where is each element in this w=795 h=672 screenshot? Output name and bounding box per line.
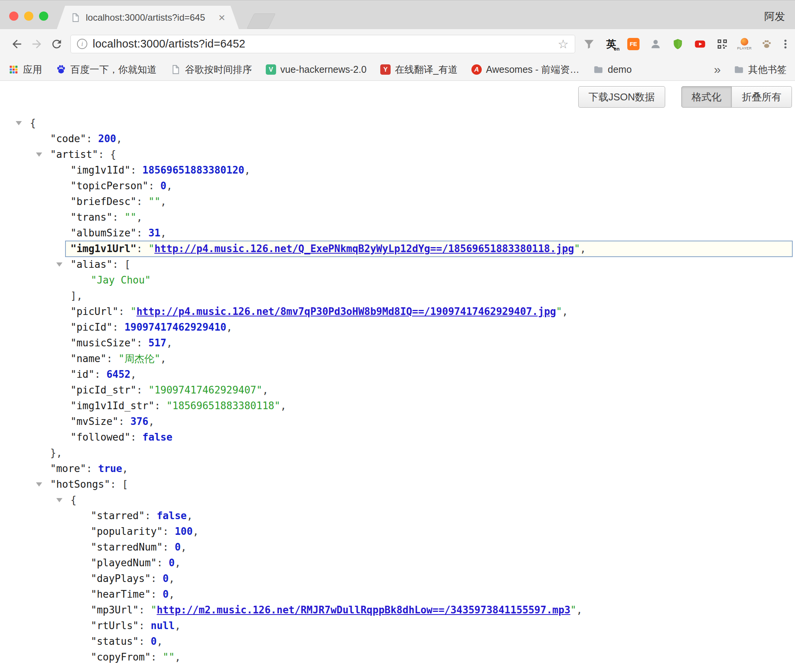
json-number: 0 bbox=[169, 557, 175, 569]
folder-icon bbox=[593, 64, 604, 75]
json-url-link[interactable]: http://p4.music.126.net/Q_ExePNkmqB2yWyL… bbox=[154, 243, 574, 254]
collapse-all-button[interactable]: 折叠所有 bbox=[732, 86, 792, 108]
json-punct: : bbox=[139, 620, 150, 631]
page-info-icon[interactable]: i bbox=[77, 39, 87, 49]
json-key: "picId" bbox=[70, 321, 113, 333]
bookmark-item[interactable]: 百度一下，你就知道 bbox=[56, 63, 157, 76]
bookmark-item[interactable]: AAwesomes - 前端资… bbox=[471, 63, 579, 76]
shield-extension-icon[interactable] bbox=[671, 37, 685, 51]
youtube-extension-icon[interactable] bbox=[693, 37, 707, 51]
json-punct: , bbox=[169, 573, 175, 584]
json-url-link[interactable]: http://p4.music.126.net/8mv7qP30Pd3oHW8b… bbox=[136, 306, 556, 317]
json-url-link[interactable]: http://m2.music.126.net/RMJR7wDullRqppBk… bbox=[157, 604, 570, 616]
bookmarks-bar: 应用百度一下，你就知道谷歌按时间排序Vvue-hackernews-2.0Y在线… bbox=[0, 59, 795, 81]
page-icon bbox=[170, 64, 181, 75]
json-number: 376 bbox=[131, 416, 149, 427]
other-bookmarks-label: 其他书签 bbox=[748, 63, 787, 76]
json-line: "mvSize": 376, bbox=[0, 414, 795, 429]
json-key: "artist" bbox=[50, 149, 98, 160]
bookmark-star-icon[interactable]: ☆ bbox=[558, 38, 569, 50]
json-string: "" bbox=[124, 211, 136, 223]
json-punct: , bbox=[576, 604, 582, 616]
fe-extension-icon[interactable]: FE bbox=[627, 37, 640, 51]
collapse-arrow-icon[interactable] bbox=[56, 498, 62, 502]
json-key: "id" bbox=[70, 369, 95, 380]
reload-icon[interactable] bbox=[47, 34, 67, 54]
json-key: "popularity" bbox=[91, 526, 163, 537]
player-extension-icon[interactable]: PLAYER bbox=[738, 37, 751, 51]
bookmark-label: 在线翻译_有道 bbox=[395, 63, 458, 76]
address-bar[interactable]: i localhost:3000/artists?id=6452 ☆ bbox=[70, 35, 575, 53]
json-key: "alias" bbox=[70, 259, 113, 270]
collapse-arrow-icon[interactable] bbox=[56, 262, 62, 267]
download-json-button[interactable]: 下载JSON数据 bbox=[578, 86, 665, 108]
bookmark-item[interactable]: 应用 bbox=[8, 63, 42, 76]
translate-extension-icon[interactable]: 英en bbox=[604, 37, 618, 51]
json-string: "" bbox=[149, 196, 160, 207]
baidu-paw-icon bbox=[56, 64, 66, 75]
json-punct: : bbox=[136, 243, 148, 254]
back-icon[interactable] bbox=[7, 34, 27, 54]
json-string: " bbox=[149, 243, 155, 254]
json-punct: }, bbox=[50, 447, 62, 459]
json-string: " bbox=[151, 604, 157, 616]
json-tree: {"code": 200,"artist": {"img1v1Id": 1856… bbox=[0, 115, 795, 665]
bookmark-item[interactable]: 谷歌按时间排序 bbox=[170, 63, 252, 76]
extensions-row: 英enFEPLAYER bbox=[582, 37, 774, 51]
browser-toolbar: i localhost:3000/artists?id=6452 ☆ 英enFE… bbox=[0, 29, 795, 59]
json-line: ], bbox=[0, 288, 795, 304]
player-label: PLAYER bbox=[737, 46, 752, 50]
forward-icon[interactable] bbox=[27, 34, 47, 54]
bookmark-label: 谷歌按时间排序 bbox=[185, 63, 252, 76]
json-punct: : bbox=[86, 463, 98, 474]
new-tab-button[interactable] bbox=[247, 13, 276, 29]
json-punct: : bbox=[136, 337, 148, 349]
browser-tab[interactable]: localhost:3000/artists?id=645 × bbox=[57, 6, 239, 30]
player-dot bbox=[741, 38, 748, 46]
json-key: "mp3Url" bbox=[91, 604, 139, 616]
close-window-button[interactable] bbox=[9, 11, 18, 21]
zoom-window-button[interactable] bbox=[39, 11, 48, 21]
json-punct: , bbox=[116, 133, 122, 144]
bookmark-item[interactable]: demo bbox=[593, 64, 632, 75]
json-line: }, bbox=[0, 445, 795, 461]
paw-extension-icon[interactable] bbox=[760, 37, 774, 51]
json-line: "rtUrls": null, bbox=[0, 618, 795, 634]
json-line: "starredNum": 0, bbox=[0, 539, 795, 555]
json-punct: : bbox=[131, 164, 142, 176]
browser-menu-icon[interactable] bbox=[780, 36, 791, 52]
json-line: "dayPlays": 0, bbox=[0, 571, 795, 587]
collapse-arrow-icon[interactable] bbox=[36, 482, 42, 487]
json-punct: , bbox=[262, 384, 268, 396]
profile-name[interactable]: 阿发 bbox=[764, 10, 785, 23]
minimize-window-button[interactable] bbox=[24, 11, 33, 21]
json-line: "picId": 19097417462929410, bbox=[0, 320, 795, 335]
url-text[interactable]: localhost:3000/artists?id=6452 bbox=[93, 38, 552, 50]
other-bookmarks-folder[interactable]: 其他书签 bbox=[734, 63, 787, 76]
format-button[interactable]: 格式化 bbox=[681, 86, 732, 108]
bookmark-label: Awesomes - 前端资… bbox=[486, 63, 579, 76]
awesomes-icon: A bbox=[471, 64, 482, 75]
tab-close-icon[interactable]: × bbox=[218, 12, 225, 23]
funnel-extension-icon[interactable] bbox=[582, 37, 596, 51]
apps-grid-icon bbox=[8, 64, 19, 75]
bookmarks-overflow-icon[interactable]: » bbox=[714, 62, 721, 77]
vue-icon: V bbox=[266, 64, 276, 75]
json-punct: , bbox=[160, 227, 167, 239]
json-number: 0 bbox=[175, 541, 181, 553]
json-line: { bbox=[0, 115, 795, 131]
json-number: 517 bbox=[149, 337, 167, 349]
json-key: "mvSize" bbox=[70, 416, 118, 427]
json-key: "picId_str" bbox=[70, 384, 136, 396]
bookmark-item[interactable]: Y在线翻译_有道 bbox=[380, 63, 458, 76]
collapse-arrow-icon[interactable] bbox=[16, 121, 22, 125]
json-key: "briefDesc" bbox=[70, 196, 136, 207]
bookmark-item[interactable]: Vvue-hackernews-2.0 bbox=[266, 64, 366, 75]
json-punct: , bbox=[193, 526, 199, 537]
qrcode-extension-icon[interactable] bbox=[715, 37, 729, 51]
json-key: "copyFrom" bbox=[91, 651, 151, 663]
json-key: "albumSize" bbox=[70, 227, 136, 239]
tab-title: localhost:3000/artists?id=645 bbox=[86, 12, 213, 23]
user-extension-icon[interactable] bbox=[649, 37, 662, 51]
collapse-arrow-icon[interactable] bbox=[36, 152, 42, 157]
